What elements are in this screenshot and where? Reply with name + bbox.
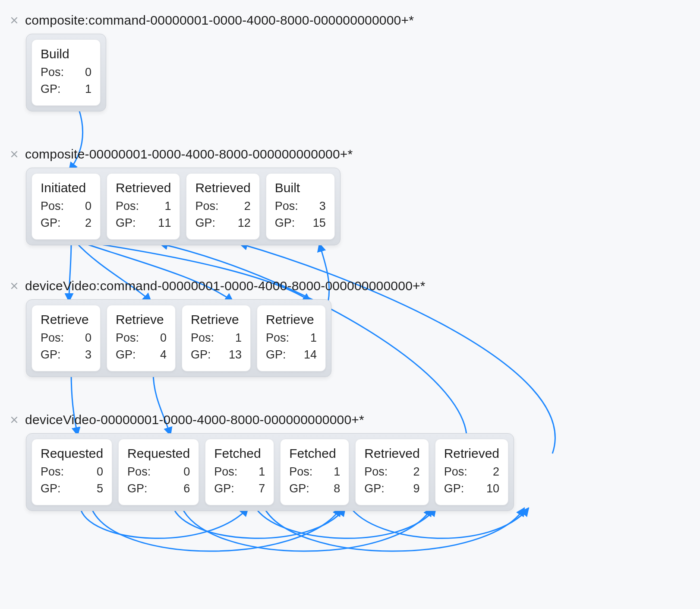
event-card[interactable]: Retrieve Pos:0 GP:4 xyxy=(107,305,176,371)
group-header: deviceVideo:command-00000001-0000-4000-8… xyxy=(9,279,426,293)
event-card[interactable]: Retrieved Pos:1 GP:11 xyxy=(107,173,180,240)
event-card[interactable]: Retrieved Pos:2 GP:10 xyxy=(435,439,508,505)
group-header: composite-00000001-0000-4000-8000-000000… xyxy=(9,147,353,162)
card-title: Build xyxy=(41,47,91,61)
event-card[interactable]: Build Pos:0 GP:1 xyxy=(32,39,101,106)
close-icon[interactable] xyxy=(9,16,19,25)
close-icon[interactable] xyxy=(9,415,19,425)
event-card[interactable]: Initiated Pos:0 GP:2 xyxy=(32,173,101,240)
group-container: Retrieve Pos:0 GP:3 Retrieve Pos:0 GP:4 … xyxy=(26,299,331,377)
group-container: Build Pos:0 GP:1 xyxy=(26,34,106,111)
group-container: Initiated Pos:0 GP:2 Retrieved Pos:1 GP:… xyxy=(26,168,341,245)
group-container: Requested Pos:0 GP:5 Requested Pos:0 GP:… xyxy=(26,433,514,511)
event-card[interactable]: Retrieve Pos:1 GP:14 xyxy=(257,305,326,371)
card-title: Initiated xyxy=(41,181,91,195)
event-card[interactable]: Retrieved Pos:2 GP:12 xyxy=(186,173,259,240)
event-card[interactable]: Requested Pos:0 GP:6 xyxy=(118,439,199,505)
gp-value: 1 xyxy=(74,81,91,98)
group-header: deviceVideo-00000001-0000-4000-8000-0000… xyxy=(9,412,364,427)
group-title: composite-00000001-0000-4000-8000-000000… xyxy=(25,147,353,162)
diagram-stage: composite:command-00000001-0000-4000-800… xyxy=(0,0,700,609)
group-title: deviceVideo:command-00000001-0000-4000-8… xyxy=(25,279,426,293)
pos-label: Pos: xyxy=(41,64,64,81)
event-card[interactable]: Requested Pos:0 GP:5 xyxy=(32,439,112,505)
event-card[interactable]: Built Pos:3 GP:15 xyxy=(266,173,335,240)
event-card[interactable]: Retrieve Pos:0 GP:3 xyxy=(32,305,101,371)
close-icon[interactable] xyxy=(9,281,19,291)
group-title: composite:command-00000001-0000-4000-800… xyxy=(25,13,414,28)
event-card[interactable]: Retrieve Pos:1 GP:13 xyxy=(182,305,251,371)
group-header: composite:command-00000001-0000-4000-800… xyxy=(9,13,414,28)
pos-value: 0 xyxy=(74,64,91,81)
event-card[interactable]: Retrieved Pos:2 GP:9 xyxy=(355,439,429,505)
gp-label: GP: xyxy=(41,81,61,98)
group-title: deviceVideo-00000001-0000-4000-8000-0000… xyxy=(25,412,364,427)
event-card[interactable]: Fetched Pos:1 GP:7 xyxy=(205,439,274,505)
close-icon[interactable] xyxy=(9,149,19,159)
event-card[interactable]: Fetched Pos:1 GP:8 xyxy=(280,439,349,505)
